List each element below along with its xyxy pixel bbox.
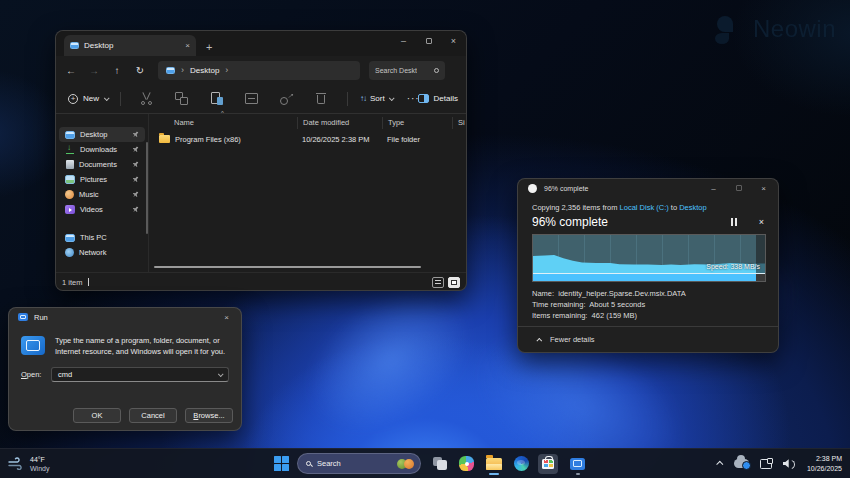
column-headers: ^ Name Date modified Type Si bbox=[149, 114, 466, 131]
maximize-button[interactable] bbox=[732, 182, 745, 195]
new-tab-button[interactable]: + bbox=[206, 41, 212, 53]
pause-button[interactable] bbox=[727, 218, 741, 226]
run-app-taskbar-icon[interactable] bbox=[570, 458, 585, 470]
run-dialog: Run × Type the name of a program, folder… bbox=[8, 307, 242, 431]
large-icons-view-toggle-icon[interactable] bbox=[448, 277, 460, 288]
run-description: Type the name of a program, folder, docu… bbox=[55, 336, 229, 357]
forward-button[interactable]: → bbox=[87, 65, 101, 76]
paste-icon[interactable] bbox=[210, 92, 223, 105]
open-combobox[interactable]: cmd bbox=[51, 367, 229, 382]
explorer-command-bar: + New ↗ ↑↓ Sort ··· bbox=[56, 84, 466, 114]
details-view-button[interactable]: Details bbox=[418, 94, 458, 103]
back-button[interactable]: ← bbox=[64, 65, 78, 76]
sort-button[interactable]: ↑↓ Sort bbox=[360, 94, 393, 103]
microsoft-store-icon[interactable] bbox=[538, 454, 558, 474]
file-type: File folder bbox=[382, 135, 452, 144]
fewer-details-button[interactable]: Fewer details bbox=[518, 326, 778, 352]
column-header-type[interactable]: Type bbox=[382, 117, 452, 129]
explorer-status-bar: 1 item bbox=[56, 272, 466, 291]
sort-ascending-indicator: ^ bbox=[221, 110, 224, 116]
copy-progress-bar bbox=[533, 273, 765, 281]
destination-link[interactable]: Desktop bbox=[679, 203, 707, 212]
sidebar-item-pictures[interactable]: Pictures bbox=[59, 172, 145, 187]
weather-widget[interactable]: 44°F Windy bbox=[8, 455, 49, 473]
explorer-tab-desktop[interactable]: Desktop × bbox=[64, 35, 196, 56]
close-button[interactable]: × bbox=[447, 35, 460, 48]
sort-button-label: Sort bbox=[370, 94, 385, 103]
copy-progress-dialog: 96% complete – × Copying 2,356 items fro… bbox=[517, 178, 779, 353]
cancel-copy-button[interactable]: × bbox=[759, 217, 764, 227]
sidebar-item-documents[interactable]: Documents bbox=[59, 157, 145, 172]
volume-icon[interactable] bbox=[783, 458, 796, 469]
delete-icon[interactable] bbox=[315, 92, 328, 105]
file-explorer-taskbar-icon[interactable] bbox=[486, 458, 502, 470]
sidebar-item-network[interactable]: Network bbox=[59, 245, 145, 260]
file-name: Program Files (x86) bbox=[175, 135, 241, 144]
items-remaining: 462 (159 MB) bbox=[592, 311, 637, 320]
neowin-brand-text: Neowin bbox=[753, 15, 836, 43]
breadcrumb[interactable]: › Desktop › bbox=[158, 61, 360, 80]
desktop-monitor-icon bbox=[65, 131, 75, 139]
copy-icon[interactable] bbox=[175, 92, 188, 105]
minimize-button[interactable]: – bbox=[397, 35, 410, 48]
sidebar-item-videos[interactable]: Videos bbox=[59, 202, 145, 217]
sidebar-item-desktop[interactable]: Desktop bbox=[59, 127, 145, 142]
rename-icon[interactable] bbox=[245, 92, 258, 105]
sidebar-item-this-pc[interactable]: This PC bbox=[59, 230, 145, 245]
wind-icon bbox=[8, 457, 24, 470]
sidebar-item-music[interactable]: Music bbox=[59, 187, 145, 202]
column-header-date[interactable]: Date modified bbox=[297, 117, 382, 129]
photos-app-icon[interactable] bbox=[459, 456, 474, 471]
taskbar-search-box[interactable]: Search bbox=[297, 453, 421, 474]
minimize-button[interactable]: – bbox=[707, 182, 720, 195]
refresh-button[interactable]: ↻ bbox=[133, 65, 147, 76]
ok-button[interactable]: OK bbox=[73, 408, 121, 423]
new-button-label: New bbox=[83, 94, 99, 103]
speed-label: Speed: 338 MB/s bbox=[706, 263, 760, 270]
search-icon bbox=[306, 461, 311, 466]
edge-browser-icon[interactable] bbox=[514, 456, 529, 471]
horizontal-scrollbar[interactable] bbox=[154, 266, 421, 268]
onedrive-icon[interactable] bbox=[734, 459, 749, 468]
up-button[interactable]: ↑ bbox=[110, 65, 124, 76]
search-highlight-fruit-icon[interactable] bbox=[397, 459, 414, 469]
copy-dialog-body: Copying 2,356 items from Local Disk (C:)… bbox=[518, 197, 778, 321]
clock-date: 10/26/2025 bbox=[807, 464, 842, 474]
folder-icon bbox=[159, 135, 170, 143]
store-bag-icon bbox=[542, 459, 554, 469]
taskbar-clock[interactable]: 2:38 PM 10/26/2025 bbox=[807, 454, 842, 473]
percent-complete-heading: 96% complete bbox=[532, 215, 727, 229]
sidebar-divider bbox=[56, 217, 148, 230]
explorer-body: Desktop Downloads Documents Pictures Mus bbox=[56, 114, 466, 272]
system-tray: 2:38 PM 10/26/2025 bbox=[718, 449, 842, 478]
source-link[interactable]: Local Disk (C:) bbox=[620, 203, 669, 212]
file-row[interactable]: Program Files (x86) 10/26/2025 2:38 PM F… bbox=[149, 131, 466, 147]
cancel-button[interactable]: Cancel bbox=[129, 408, 177, 423]
active-app-indicator bbox=[489, 473, 499, 475]
task-view-button[interactable] bbox=[433, 457, 447, 470]
share-icon[interactable]: ↗ bbox=[280, 92, 293, 105]
details-view-toggle-icon[interactable] bbox=[432, 277, 444, 288]
open-field-value: cmd bbox=[58, 370, 72, 379]
column-header-size[interactable]: Si bbox=[452, 117, 466, 129]
new-button[interactable]: + New bbox=[64, 94, 112, 104]
close-button[interactable]: × bbox=[757, 182, 770, 195]
sidebar-item-downloads[interactable]: Downloads bbox=[59, 142, 145, 157]
browse-button[interactable]: Browse... bbox=[185, 408, 233, 423]
tab-close-icon[interactable]: × bbox=[185, 41, 190, 50]
explorer-sidebar: Desktop Downloads Documents Pictures Mus bbox=[56, 114, 148, 272]
search-input[interactable]: Search Deskt bbox=[369, 61, 445, 80]
maximize-button[interactable] bbox=[422, 35, 435, 48]
pin-icon bbox=[131, 160, 141, 170]
cut-icon[interactable] bbox=[140, 92, 153, 105]
start-button[interactable] bbox=[274, 456, 289, 471]
tray-chevron-up-icon[interactable] bbox=[716, 461, 723, 468]
column-header-name[interactable]: Name bbox=[149, 118, 297, 127]
run-dialog-body: Type the name of a program, folder, docu… bbox=[9, 326, 241, 357]
search-icon bbox=[434, 68, 439, 73]
close-button[interactable]: × bbox=[220, 311, 233, 324]
network-icon bbox=[65, 248, 74, 257]
pin-icon bbox=[131, 175, 141, 185]
network-tray-icon[interactable] bbox=[760, 459, 772, 469]
breadcrumb-location[interactable]: Desktop bbox=[190, 66, 219, 75]
